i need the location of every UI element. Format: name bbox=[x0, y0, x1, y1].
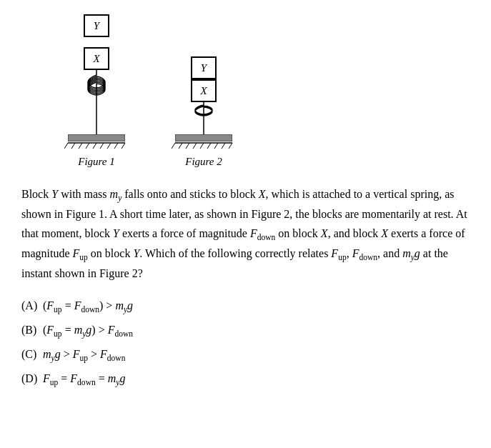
svg-line-2 bbox=[71, 143, 75, 149]
choice-C: (C) myg > Fup > Fdown bbox=[21, 344, 470, 366]
figure1-x-box: X bbox=[84, 47, 109, 70]
figure2-x-box: X bbox=[191, 79, 217, 102]
figure2-label: Figure 2 bbox=[185, 156, 222, 168]
svg-line-11 bbox=[172, 143, 175, 149]
svg-line-12 bbox=[179, 143, 182, 149]
svg-line-3 bbox=[79, 143, 82, 149]
svg-line-8 bbox=[114, 143, 118, 149]
svg-line-18 bbox=[222, 143, 225, 149]
svg-line-19 bbox=[229, 143, 232, 149]
figure1-spring bbox=[84, 70, 109, 134]
choice-A-label: (A) bbox=[21, 296, 43, 317]
svg-line-14 bbox=[193, 143, 197, 149]
figure2-y-box: Y bbox=[191, 56, 217, 79]
svg-line-15 bbox=[200, 143, 204, 149]
figure2-spring bbox=[191, 102, 217, 134]
choice-B: (B) (Fup = myg) > Fdown bbox=[21, 320, 470, 342]
choice-D: (D) Fup = Fdown = myg bbox=[21, 369, 470, 390]
choice-C-label: (C) bbox=[21, 344, 43, 365]
figure1-label: Figure 1 bbox=[78, 156, 115, 168]
problem-paragraph: Block Y with mass my falls onto and stic… bbox=[21, 185, 470, 283]
choice-B-content: (Fup = myg) > Fdown bbox=[43, 320, 133, 342]
figures-section: Y X bbox=[21, 14, 470, 168]
svg-line-5 bbox=[93, 143, 96, 149]
figure2-ground bbox=[172, 141, 236, 150]
figure1-y-box: Y bbox=[84, 14, 109, 37]
svg-line-9 bbox=[121, 143, 125, 149]
figure1-base bbox=[68, 134, 125, 141]
svg-line-13 bbox=[186, 143, 189, 149]
choice-A: (A) (Fup = Fdown) > myg bbox=[21, 296, 470, 317]
problem-text: Block Y with mass my falls onto and stic… bbox=[21, 185, 470, 283]
choice-B-label: (B) bbox=[21, 320, 43, 341]
figure1-ground bbox=[64, 141, 129, 150]
svg-line-17 bbox=[214, 143, 218, 149]
svg-line-4 bbox=[86, 143, 89, 149]
figure-2: Y X bbox=[172, 56, 236, 168]
figure-1: Y X bbox=[64, 14, 129, 168]
choice-D-label: (D) bbox=[21, 369, 43, 389]
answer-choices: (A) (Fup = Fdown) > myg (B) (Fup = myg) … bbox=[21, 296, 470, 390]
figure2-base bbox=[175, 134, 232, 141]
svg-line-6 bbox=[100, 143, 104, 149]
svg-line-16 bbox=[207, 143, 211, 149]
choice-A-content: (Fup = Fdown) > myg bbox=[43, 296, 133, 317]
choice-C-content: myg > Fup > Fdown bbox=[43, 344, 125, 366]
svg-line-1 bbox=[64, 143, 68, 149]
choice-D-content: Fup = Fdown = myg bbox=[43, 369, 125, 390]
svg-line-7 bbox=[107, 143, 111, 149]
